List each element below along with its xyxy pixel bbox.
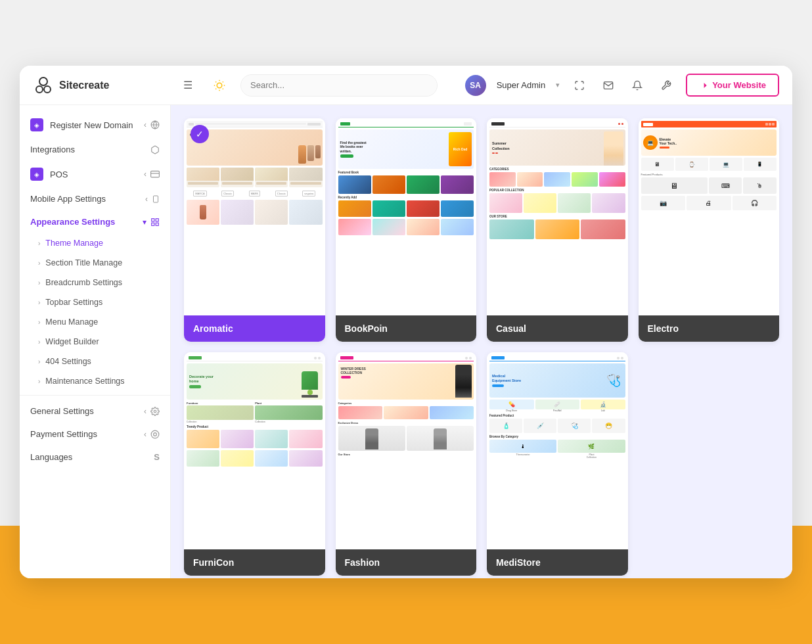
avatar: SA <box>465 75 486 96</box>
visit-website-button[interactable]: Your Website <box>686 74 779 97</box>
logo-text: Sitecreate <box>59 80 110 91</box>
svg-point-1 <box>36 86 43 93</box>
arrow-icon: › <box>38 279 40 287</box>
sidebar-item-right: ‹ <box>144 170 160 179</box>
sidebar-item-left: Payment Settings <box>30 429 97 439</box>
header-nav: ☰ <box>177 74 465 97</box>
maintenance-label: Maintenance Settings <box>45 377 124 386</box>
mobile-icon <box>152 195 160 204</box>
chevron-left-icon: ‹ <box>144 407 147 416</box>
sidebar-item-right: ‹ <box>145 195 160 204</box>
pos-icon <box>150 170 160 179</box>
sidebar-item-right: ‹ <box>144 120 160 129</box>
menu-manage-label: Menu Manage <box>45 317 98 327</box>
sidebar-sub-item-widget-builder[interactable]: › Widget Builder <box>20 332 170 352</box>
theme-card-inner: Decorate yourhome <box>184 352 325 576</box>
mail-button[interactable] <box>599 76 618 95</box>
fashion-name-bar: Fashion <box>336 549 477 576</box>
chevron-left-icon: ‹ <box>144 170 147 179</box>
svg-rect-20 <box>152 223 154 225</box>
sidebar-item-appearance[interactable]: Appearance Settings ▾ <box>20 210 170 233</box>
settings-button[interactable] <box>657 76 675 95</box>
theme-card-aromatic[interactable]: ✓ Our Stor <box>184 118 325 342</box>
sidebar-item-mobile-app[interactable]: Mobile App Settings ‹ <box>20 187 170 210</box>
arrow-icon: › <box>38 260 40 267</box>
fullscreen-button[interactable] <box>570 76 589 95</box>
theme-card-bookpoin[interactable]: Find the greatestlife books everwritten.… <box>336 118 477 342</box>
sidebar-item-languages[interactable]: Languages S <box>20 446 170 469</box>
sidebar-sub-item-section-title[interactable]: › Section Title Manage <box>20 253 170 273</box>
sidebar-item-register-domain[interactable]: ◈ Register New Domain ‹ <box>20 112 170 138</box>
sidebar-item-right: ▾ <box>143 218 160 227</box>
bell-button[interactable] <box>628 76 646 95</box>
theme-preview-bookpoin: Find the greatestlife books everwritten.… <box>336 118 477 315</box>
casual-name-bar: Casual <box>487 315 628 342</box>
electro-label: Electro <box>648 323 679 334</box>
register-domain-badge: ◈ <box>30 118 43 131</box>
theme-card-inner: Find the greatestlife books everwritten.… <box>336 118 477 342</box>
sidebar-sub-item-maintenance[interactable]: › Maintenance Settings <box>20 371 170 391</box>
theme-card-fashion[interactable]: WINTER DRESSCOLLECTION Categories <box>336 352 477 576</box>
mobile-app-label: Mobile App Settings <box>30 194 106 204</box>
chevron-down-icon: ▾ <box>143 218 147 227</box>
sidebar-item-left: Languages <box>30 452 72 462</box>
selected-badge: ✓ <box>191 125 209 143</box>
general-settings-label: General Settings <box>30 406 94 416</box>
breadcrumb-label: Breadcrumb Settings <box>45 278 122 287</box>
sidebar-sub-item-404[interactable]: › 404 Settings <box>20 352 170 371</box>
sidebar-item-right: ‹ <box>144 430 160 439</box>
furniture-name-bar: FurniCon <box>184 549 325 576</box>
svg-rect-19 <box>156 218 158 221</box>
theme-card-medical[interactable]: MedicalEquipment Store 🩺 💊 <box>487 352 628 576</box>
furniture-label: FurniCon <box>193 557 234 568</box>
hamburger-button[interactable]: ☰ <box>177 75 198 96</box>
aromatic-name-bar: Aromatic <box>184 315 325 342</box>
themes-area: ✓ Our Stor <box>171 105 792 578</box>
chevron-down-icon: ▾ <box>556 81 560 89</box>
puzzle-icon <box>150 145 160 154</box>
svg-point-22 <box>154 410 156 413</box>
sidebar-item-right <box>150 145 160 154</box>
theme-card-furniture[interactable]: Decorate yourhome <box>184 352 325 576</box>
svg-point-3 <box>217 83 222 88</box>
search-input[interactable] <box>240 74 438 97</box>
sidebar-sub-item-topbar[interactable]: › Topbar Settings <box>20 292 170 312</box>
arrow-icon: › <box>38 338 40 346</box>
arrow-icon: › <box>38 358 40 365</box>
themes-grid: ✓ Our Stor <box>184 118 779 576</box>
medical-label: MediStore <box>496 557 541 568</box>
theme-card-inner: 💻 ElevateYour Tech.. 🖥 ⌚ <box>639 118 780 342</box>
sidebar-item-pos[interactable]: ◈ POS ‹ <box>20 161 170 187</box>
theme-preview-fashion: WINTER DRESSCOLLECTION Categories <box>336 352 477 549</box>
404-label: 404 Settings <box>45 357 91 366</box>
svg-point-23 <box>151 430 159 438</box>
sidebar-divider <box>20 395 170 396</box>
theme-card-casual[interactable]: SummerCollection <box>487 118 628 342</box>
sidebar-sub-item-menu-manage[interactable]: › Menu Manage <box>20 312 170 332</box>
sidebar-sub-item-theme-manage[interactable]: › Theme Manage <box>20 233 170 253</box>
theme-card-inner: SummerCollection <box>487 118 628 342</box>
topbar-label: Topbar Settings <box>45 298 102 307</box>
sidebar-item-left: ◈ Register New Domain <box>30 118 133 131</box>
theme-card-inner: WINTER DRESSCOLLECTION Categories <box>336 352 477 576</box>
pos-badge: ◈ <box>30 168 43 181</box>
sidebar-item-general-settings[interactable]: General Settings ‹ <box>20 400 170 423</box>
sidebar-item-payment-settings[interactable]: Payment Settings ‹ <box>20 423 170 446</box>
content-area: ◈ Register New Domain ‹ Integrations <box>20 105 792 578</box>
theme-manage-label: Theme Manage <box>45 239 103 248</box>
sidebar-item-right: ‹ <box>144 407 160 416</box>
section-title-label: Section Title Manage <box>45 258 122 267</box>
theme-card-electro[interactable]: 💻 ElevateYour Tech.. 🖥 ⌚ <box>639 118 780 342</box>
pos-label: POS <box>50 170 68 179</box>
svg-point-0 <box>39 78 47 85</box>
svg-point-24 <box>154 432 157 436</box>
arrow-icon: › <box>38 319 40 326</box>
lightbulb-button[interactable] <box>209 75 230 96</box>
logo-area: Sitecreate <box>33 75 177 96</box>
appearance-label: Appearance Settings <box>30 217 115 227</box>
theme-preview-electro: 💻 ElevateYour Tech.. 🖥 ⌚ <box>639 118 780 315</box>
sidebar-item-integrations[interactable]: Integrations <box>20 138 170 161</box>
theme-preview-aromatic: ✓ Our Stor <box>184 118 325 315</box>
sidebar-sub-item-breadcrumb[interactable]: › Breadcrumb Settings <box>20 273 170 292</box>
sidebar-item-right: S <box>154 452 160 462</box>
